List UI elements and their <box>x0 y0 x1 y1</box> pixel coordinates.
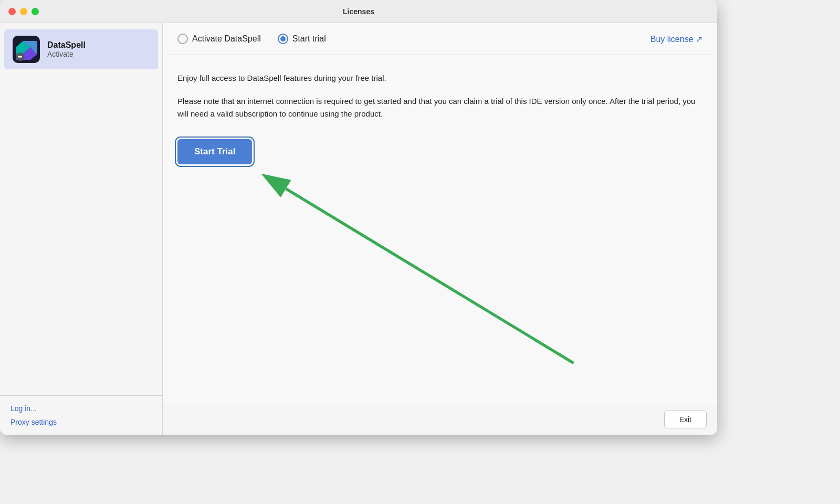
activate-label: Activate DataSpell <box>192 34 261 44</box>
buy-license-link[interactable]: Buy license ↗ <box>650 34 702 44</box>
window-title: Licenses <box>343 7 374 16</box>
start-trial-button[interactable]: Start Trial <box>177 139 252 164</box>
content-body: Enjoy full access to DataSpell features … <box>163 55 717 404</box>
description-note: Please note that an internet connection … <box>177 95 702 120</box>
app-subtitle: Activate <box>47 50 86 58</box>
svg-line-7 <box>286 189 574 363</box>
maximize-button[interactable] <box>32 8 39 15</box>
minimize-button[interactable] <box>20 8 27 15</box>
proxy-settings-link[interactable]: Proxy settings <box>10 418 152 426</box>
description-text: Enjoy full access to DataSpell features … <box>177 72 702 85</box>
sidebar-item-dataspell[interactable]: DataSpell Activate <box>4 29 158 69</box>
sidebar-item-text: DataSpell Activate <box>47 40 86 58</box>
app-name: DataSpell <box>47 40 86 50</box>
app-icon <box>13 36 40 63</box>
activate-option[interactable]: Activate DataSpell <box>177 34 261 44</box>
sidebar: DataSpell Activate Log in... Proxy setti… <box>0 23 163 435</box>
sidebar-bottom: Log in... Proxy settings <box>0 395 162 435</box>
title-bar: Licenses <box>0 0 717 23</box>
window-controls <box>8 8 39 15</box>
activate-radio[interactable] <box>177 34 188 44</box>
exit-button[interactable]: Exit <box>664 411 707 428</box>
trial-option[interactable]: Start trial <box>278 34 326 44</box>
trial-radio[interactable] <box>278 34 288 44</box>
footer: Exit <box>163 404 717 435</box>
start-trial-wrapper: Start Trial <box>177 139 252 164</box>
content-area: Activate DataSpell Start trial Buy licen… <box>163 23 717 435</box>
main-layout: DataSpell Activate Log in... Proxy setti… <box>0 23 717 435</box>
svg-rect-5 <box>18 56 22 58</box>
close-button[interactable] <box>8 8 16 15</box>
log-in-link[interactable]: Log in... <box>10 404 152 413</box>
tab-bar: Activate DataSpell Start trial Buy licen… <box>163 23 717 55</box>
trial-label: Start trial <box>292 34 326 44</box>
